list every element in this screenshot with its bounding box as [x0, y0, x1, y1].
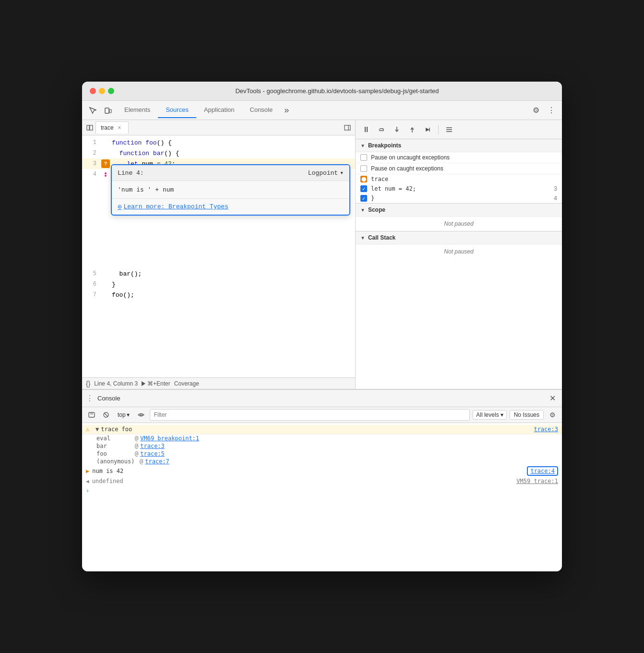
close-button[interactable]: [90, 88, 96, 94]
console-toolbar: top ▾ All levels ▾ No Issues ⚙: [82, 407, 562, 423]
all-levels-chevron-icon: ▾: [501, 411, 503, 418]
line-num-6: 6: [82, 281, 101, 288]
learn-more-label: Learn more: Breakpoint Types: [123, 203, 228, 210]
curly-braces-icon[interactable]: {}: [86, 380, 90, 387]
bp-item-trace[interactable]: ⬤ trace: [356, 174, 562, 184]
line-num-1: 1: [82, 139, 101, 146]
gutter-4[interactable]: [101, 172, 110, 177]
pause-uncaught-option[interactable]: Pause on uncaught exceptions: [356, 152, 562, 163]
callstack-header[interactable]: ▼ Call Stack: [356, 231, 562, 244]
svg-line-16: [104, 413, 108, 417]
trace-4-boxed-link[interactable]: trace:4: [527, 466, 558, 476]
trace-source-link-3[interactable]: trace:3: [534, 426, 558, 433]
line-content-1: function foo() {: [110, 139, 355, 146]
source-tab-trace[interactable]: trace ×: [95, 121, 129, 133]
console-clear-icon[interactable]: [86, 409, 97, 421]
bp-num-checkbox[interactable]: ✓: [360, 185, 367, 192]
logpoint-body: [112, 181, 349, 198]
step-over-icon[interactable]: [375, 123, 388, 136]
pause-uncaught-checkbox[interactable]: [360, 154, 367, 161]
svg-rect-2: [87, 125, 89, 130]
maximize-button[interactable]: [108, 88, 114, 94]
top-chevron-icon: ▾: [127, 411, 130, 418]
logpoint-type-selector[interactable]: Logpoint ▾: [308, 169, 344, 177]
gutter-3[interactable]: ?: [101, 159, 110, 168]
console-filter-input[interactable]: [150, 409, 470, 421]
toggle-sidebar-icon[interactable]: [84, 122, 95, 133]
menu-icon[interactable]: ⋮: [545, 104, 558, 117]
line-num-3: 3: [82, 160, 101, 167]
line-content-7: foo();: [110, 291, 355, 299]
eye-icon[interactable]: [135, 409, 147, 421]
svg-rect-0: [105, 108, 109, 113]
sources-panel: trace × 1 function foo() {: [82, 120, 356, 389]
trace-link-anon[interactable]: trace:7: [145, 458, 169, 465]
line-num-2: 2: [82, 150, 101, 157]
line-num-5: 5: [82, 270, 101, 277]
trace-label-bar: bar: [96, 443, 135, 449]
all-levels-button[interactable]: All levels ▾: [473, 410, 506, 420]
trace-link-bar[interactable]: trace:3: [140, 443, 165, 449]
console-area: ⋮ Console ✕ top ▾ All levels ▾: [82, 389, 562, 571]
logpoint-popup[interactable]: Line 4: Logpoint ▾ ⊙ Lea: [111, 164, 350, 216]
source-panel-toggle-icon[interactable]: [342, 122, 353, 133]
console-settings-icon[interactable]: ⚙: [547, 409, 558, 421]
top-selector[interactable]: top ▾: [115, 411, 132, 419]
title-bar: DevTools - googlechrome.github.io/devtoo…: [82, 82, 562, 101]
code-lines: 1 function foo() { 2 function bar() { 3: [82, 135, 355, 302]
settings-icon[interactable]: ⚙: [529, 104, 543, 117]
inspect-icon[interactable]: [86, 104, 99, 117]
scope-not-paused: Not paused: [356, 217, 562, 231]
undef-arrow-icon: ◀: [86, 478, 89, 484]
logpoint-input[interactable]: [118, 186, 344, 193]
bp-close-label: }: [371, 195, 550, 202]
console-close-button[interactable]: ✕: [547, 393, 558, 404]
tab-elements[interactable]: Elements: [117, 102, 158, 118]
console-output[interactable]: ⚠ ▼ trace foo trace:3 eval @ VM69 breakp…: [82, 423, 562, 571]
run-button[interactable]: ⌘+Enter: [142, 380, 170, 387]
bp-close-line: 4: [554, 195, 557, 202]
more-tabs-icon[interactable]: »: [280, 103, 293, 117]
trace-foo-label: trace foo: [101, 426, 132, 433]
breakpoints-title: Breakpoints: [368, 142, 401, 149]
source-tab-close-icon[interactable]: ×: [116, 124, 123, 132]
console-prompt[interactable]: ›: [82, 485, 562, 496]
trace-toggle-icon[interactable]: ▼: [95, 426, 99, 433]
pause-icon[interactable]: ⏸: [359, 123, 373, 136]
pause-caught-checkbox[interactable]: [360, 165, 367, 172]
tab-console[interactable]: Console: [242, 102, 281, 118]
bp-item-close[interactable]: ✓ } 4: [356, 193, 562, 203]
callstack-not-paused: Not paused: [356, 244, 562, 259]
bp-close-checkbox[interactable]: ✓: [360, 195, 367, 202]
trace-row-bar: bar @ trace:3: [82, 442, 562, 450]
trace-link-eval[interactable]: VM69 breakpoint:1: [140, 435, 199, 442]
console-drag-handle[interactable]: ⋮: [86, 394, 94, 403]
line-content-5: bar();: [110, 270, 355, 278]
line-content-2: function bar() {: [110, 150, 355, 157]
pause-caught-option[interactable]: Pause on caught exceptions: [356, 163, 562, 174]
line-num-4: 4: [82, 171, 101, 178]
window-title: DevTools - googlechrome.github.io/devtoo…: [120, 87, 554, 95]
deactivate-breakpoints-icon[interactable]: [442, 123, 456, 136]
svg-rect-4: [345, 125, 350, 130]
undefined-value: undefined: [92, 478, 123, 484]
step-into-icon[interactable]: [390, 123, 404, 136]
step-out-icon[interactable]: [405, 123, 419, 136]
line-num-7: 7: [82, 291, 101, 298]
console-block-icon[interactable]: [100, 409, 112, 421]
trace-link-foo[interactable]: trace:5: [140, 450, 165, 457]
top-toolbar: Elements Sources Application Console » ⚙…: [82, 101, 562, 120]
svg-rect-13: [89, 412, 95, 417]
learn-more-link[interactable]: ⊙ Learn more: Breakpoint Types: [118, 203, 344, 211]
tab-application[interactable]: Application: [196, 102, 242, 118]
device-icon[interactable]: [101, 104, 115, 117]
step-icon[interactable]: [421, 123, 434, 136]
breakpoints-header[interactable]: ▼ Breakpoints: [356, 139, 562, 152]
vm59-link[interactable]: VM59 trace:1: [516, 478, 558, 484]
no-issues-button[interactable]: No Issues: [510, 410, 544, 420]
code-area[interactable]: 1 function foo() { 2 function bar() { 3: [82, 135, 355, 377]
minimize-button[interactable]: [99, 88, 105, 94]
bp-item-num[interactable]: ✓ let num = 42; 3: [356, 184, 562, 193]
scope-header[interactable]: ▼ Scope: [356, 204, 562, 217]
tab-sources[interactable]: Sources: [158, 102, 196, 118]
